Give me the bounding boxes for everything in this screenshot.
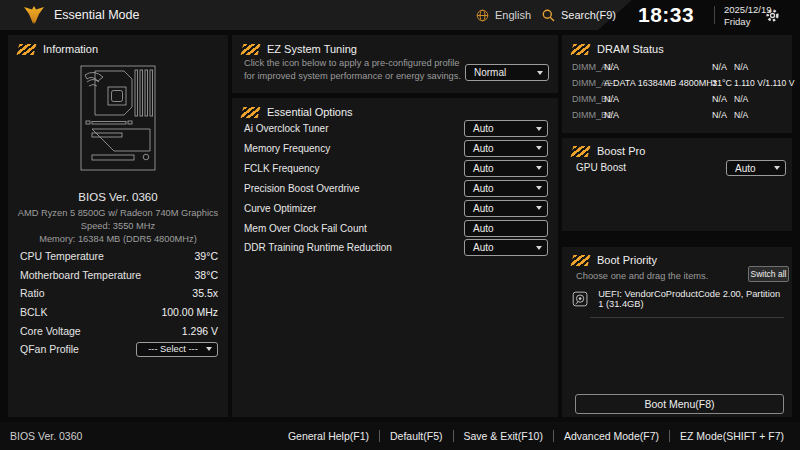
essential-options-title: Essential Options [267, 106, 353, 118]
section-stripes-icon [241, 107, 261, 118]
curve-optimizer-value: Auto [473, 203, 494, 214]
section-stripes-icon [571, 255, 591, 266]
save-exit-button[interactable]: Save & Exit(F10) [454, 430, 553, 442]
core-voltage-row: Core Voltage 1.296 V [20, 321, 218, 340]
dimm-b2-row: DIMM_B2: N/A N/A N/A [562, 108, 792, 124]
page-title: Essential Mode [54, 0, 139, 30]
boot-priority-header: Boot Priority [572, 253, 657, 267]
default-button[interactable]: Default(F5) [380, 430, 453, 442]
ai-overclock-tuner-dropdown[interactable]: Auto [464, 120, 548, 137]
clock-time: 18:33 [638, 0, 694, 30]
boot-priority-title: Boot Priority [597, 254, 657, 266]
dimm-b1-row: DIMM_B1: N/A N/A N/A [562, 92, 792, 108]
dram-status-header: DRAM Status [572, 42, 664, 56]
dimm-a2-row: DIMM_A2: A-DATA 16384MB 4800MHz 31°C 1.1… [562, 76, 792, 92]
chevron-down-icon [536, 166, 542, 173]
chevron-down-icon [536, 246, 542, 253]
memory-frequency-row: Memory Frequency Auto [244, 139, 548, 158]
curve-optimizer-row: Curve Optimizer Auto [244, 199, 548, 218]
ratio-label: Ratio [20, 287, 45, 299]
language-selector[interactable]: English [476, 0, 531, 30]
precision-boost-overdrive-value: Auto [473, 183, 494, 194]
boost-pro-panel: Boost Pro GPU Boost Auto [562, 138, 792, 231]
gpu-boost-value: Auto [735, 163, 756, 174]
fclk-frequency-row: FCLK Frequency Auto [244, 159, 548, 178]
ez-tuning-value: Normal [474, 67, 506, 78]
gpu-boost-label: GPU Boost [576, 162, 626, 173]
search-label: Search(F9) [561, 9, 616, 21]
header-bar: Essential Mode English Search(F9) 18:33 … [0, 0, 800, 30]
cpu-temperature-row: CPU Temperature 39°C [20, 247, 218, 266]
section-stripes-icon [17, 44, 37, 55]
settings-gear-icon[interactable] [765, 8, 780, 23]
footer-bios-version: BIOS Ver. 0360 [10, 422, 82, 450]
dimm-b1-voltage: N/A [734, 94, 748, 104]
chevron-down-icon [536, 127, 542, 134]
ez-system-tuning-panel: EZ System Tuning Click the icon below to… [232, 35, 558, 93]
boot-list-divider [590, 317, 784, 318]
advanced-mode-button[interactable]: Advanced Mode(F7) [554, 430, 669, 442]
drive-icon [572, 289, 588, 309]
mem-over-clock-fail-count-input[interactable]: Auto [464, 220, 548, 237]
bios-version: BIOS Ver. 0360 [8, 191, 228, 203]
mem-over-clock-fail-count-label: Mem Over Clock Fail Count [244, 223, 367, 234]
chevron-down-icon [536, 206, 542, 213]
information-title: Information [43, 43, 98, 55]
precision-boost-overdrive-label: Precision Boost Overdrive [244, 183, 360, 194]
ez-mode-button[interactable]: EZ Mode(SHIFT + F7) [670, 430, 794, 442]
precision-boost-overdrive-dropdown[interactable]: Auto [464, 180, 548, 197]
bclk-value: 100.00 MHz [161, 306, 218, 318]
bclk-label: BCLK [20, 306, 47, 318]
fclk-frequency-value: Auto [473, 163, 494, 174]
core-voltage-value: 1.296 V [182, 325, 218, 337]
chevron-down-icon [536, 146, 542, 153]
dimm-a1-name: N/A [604, 62, 619, 72]
information-header: Information [18, 42, 98, 56]
dimm-b1-name: N/A [604, 94, 619, 104]
boot-priority-panel: Boot Priority Choose one and drag the it… [562, 247, 792, 417]
qfan-profile-value: --- Select --- [148, 344, 198, 354]
dimm-b2-name: N/A [604, 110, 619, 120]
dimm-a1-row: DIMM_A1: N/A N/A N/A [562, 60, 792, 76]
essential-options-header: Essential Options [242, 105, 353, 119]
ratio-value: 35.5x [192, 287, 218, 299]
chevron-down-icon [206, 347, 212, 354]
switch-all-button[interactable]: Switch all [748, 266, 789, 282]
dram-status-title: DRAM Status [597, 43, 664, 55]
qfan-profile-row: QFan Profile --- Select --- [20, 340, 218, 359]
section-stripes-icon [571, 44, 591, 55]
core-voltage-label: Core Voltage [20, 325, 81, 337]
section-stripes-icon [241, 44, 261, 55]
boost-pro-header: Boost Pro [572, 144, 645, 158]
ez-tuning-dropdown[interactable]: Normal [465, 64, 549, 81]
search-button[interactable]: Search(F9) [542, 0, 616, 30]
precision-boost-overdrive-row: Precision Boost Overdrive Auto [244, 179, 548, 198]
memory-frequency-dropdown[interactable]: Auto [464, 140, 548, 157]
ddr-training-runtime-reduction-dropdown[interactable]: Auto [464, 239, 548, 256]
footer-actions: General Help(F1) Default(F5) Save & Exit… [278, 422, 794, 450]
cpu-temperature-value: 39°C [195, 250, 218, 262]
dimm-b2-voltage: N/A [734, 110, 748, 120]
boost-pro-title: Boost Pro [597, 145, 645, 157]
qfan-profile-dropdown[interactable]: --- Select --- [136, 342, 218, 357]
boot-device-item[interactable]: UEFI: VendorCoProductCode 2.00, Partitio… [572, 288, 784, 310]
dimm-a2-temp: 31°C [712, 78, 732, 88]
globe-icon [476, 9, 489, 22]
general-help-button[interactable]: General Help(F1) [278, 430, 379, 442]
gpu-boost-dropdown[interactable]: Auto [726, 160, 786, 176]
search-icon [542, 9, 555, 22]
fclk-frequency-dropdown[interactable]: Auto [464, 160, 548, 177]
ez-system-tuning-description: Click the icon below to apply a pre-conf… [244, 57, 464, 83]
ai-overclock-tuner-value: Auto [473, 123, 494, 134]
motherboard-diagram [80, 65, 156, 171]
boot-menu-button[interactable]: Boot Menu(F8) [575, 394, 784, 414]
dimm-a1-temp: N/A [712, 62, 727, 72]
motherboard-temperature-value: 38°C [195, 269, 218, 281]
boot-priority-hint: Choose one and drag the items. [576, 271, 708, 281]
dram-status-panel: DRAM Status DIMM_A1: N/A N/A N/A DIMM_A2… [562, 35, 792, 133]
qfan-profile-label: QFan Profile [20, 343, 79, 355]
tuf-logo-icon [22, 5, 46, 25]
curve-optimizer-dropdown[interactable]: Auto [464, 200, 548, 217]
language-label: English [495, 9, 531, 21]
cpu-temperature-label: CPU Temperature [20, 250, 104, 262]
